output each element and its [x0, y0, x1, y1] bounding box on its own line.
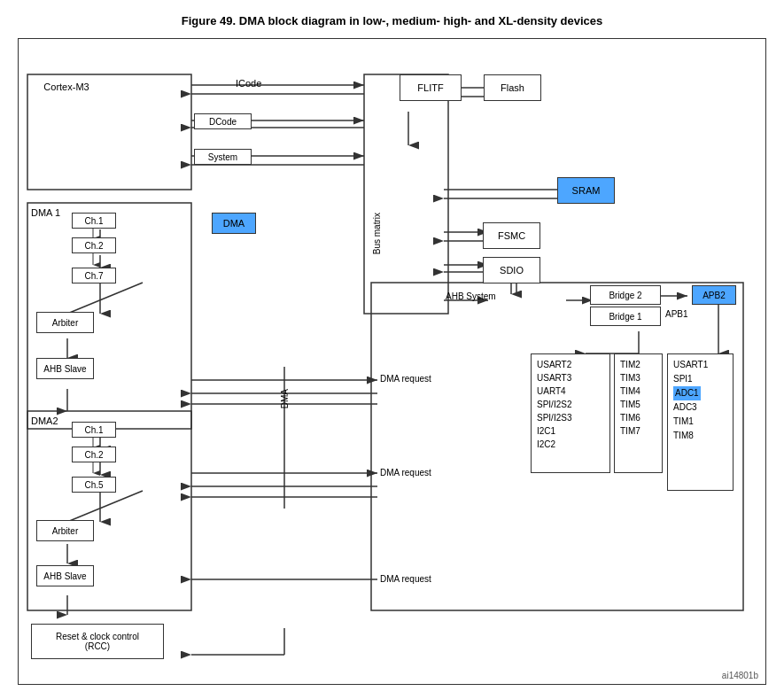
sdio-block: SDIO — [483, 257, 540, 283]
fsmc-block: FSMC — [483, 222, 540, 249]
apb1-t-tim5: TIM5 — [620, 398, 640, 411]
bridge1-block: Bridge 1 — [590, 307, 661, 326]
dma-blue-block: DMA — [212, 213, 256, 234]
apb1-timers-block: TIM2 TIM3 TIM4 TIM5 TIM6 TIM7 — [614, 353, 663, 473]
page-container: Figure 49. DMA block diagram in low-, me… — [0, 0, 784, 699]
apb1-label: APB1 — [665, 309, 688, 319]
ai-label: ai14801b — [722, 671, 758, 680]
dma-request2-label: DMA request — [380, 468, 431, 478]
dma1-ahb-slave: AHB Slave — [36, 358, 94, 379]
dma-vertical-label: DMA — [280, 389, 290, 410]
apb1-t-tim3: TIM3 — [620, 371, 640, 384]
apb1-p-usart2: USART2 — [537, 358, 571, 371]
figure-title: Figure 49. DMA block diagram in low-, me… — [18, 14, 766, 27]
ahb-system-label: AHB System — [446, 291, 496, 301]
dma-request1-label: DMA request — [380, 374, 431, 384]
cortex-m3-label: Cortex-M3 — [31, 78, 102, 96]
dma2-ahb-slave: AHB Slave — [36, 565, 94, 586]
apb1-p-usart3: USART3 — [537, 371, 571, 384]
apb2-p-adc3: ADC3 — [673, 400, 697, 415]
dma2-arbiter: Arbiter — [36, 520, 94, 541]
rcc-block: Reset & clock control(RCC) — [31, 624, 164, 659]
dma1-label: DMA 1 — [31, 207, 60, 218]
apb1-t-tim7: TIM7 — [620, 424, 640, 438]
apb1-p-i2c1: I2C1 — [537, 424, 555, 438]
apb2-p-tim1: TIM1 — [673, 415, 694, 429]
flitf-block: FLITF — [400, 74, 462, 101]
apb1-t-tim4: TIM4 — [620, 384, 640, 398]
system-block: System — [194, 149, 252, 165]
dma1-ch2: Ch.2 — [72, 237, 116, 253]
bridge2-block: Bridge 2 — [590, 285, 661, 305]
apb2-peripherals-block: USART1 SPI1 ADC1 ADC3 TIM1 TIM8 — [667, 353, 734, 491]
apb2-p-adc1: ADC1 — [673, 386, 701, 400]
icode-label: ICode — [236, 78, 261, 89]
apb2-p-tim8: TIM8 — [673, 429, 694, 443]
sram-block: SRAM — [557, 177, 615, 204]
svg-line-47 — [67, 283, 143, 314]
apb1-t-tim6: TIM6 — [620, 411, 640, 424]
dma2-ch2: Ch.2 — [72, 447, 116, 462]
dcode-block: DCode — [194, 113, 252, 129]
dma-request3-label: DMA request — [380, 574, 431, 584]
dma2-label: DMA2 — [31, 416, 58, 426]
apb1-t-tim2: TIM2 — [620, 358, 640, 371]
apb2-block: APB2 — [692, 285, 736, 305]
diagram-area: Cortex-M3 ICode DCode System FLITF Flash… — [18, 38, 766, 685]
bus-matrix-label: Bus matrix — [372, 213, 382, 254]
dma1-arbiter: Arbiter — [36, 312, 94, 333]
svg-line-51 — [67, 491, 143, 522]
apb1-peripherals-block: USART2 USART3 UART4 SPI/I2S2 SPI/I2S3 I2… — [531, 353, 610, 473]
apb2-p-spi1: SPI1 — [673, 372, 693, 386]
apb1-p-uart4: UART4 — [537, 384, 566, 398]
apb1-p-spi-i2s2: SPI/I2S2 — [537, 398, 571, 411]
apb2-p-usart1: USART1 — [673, 358, 708, 372]
apb1-p-spi-i2s3: SPI/I2S3 — [537, 411, 571, 424]
dma1-ch1: Ch.1 — [72, 213, 116, 229]
dma2-ch5: Ch.5 — [72, 477, 116, 493]
dma1-ch7: Ch.7 — [72, 268, 116, 283]
flash-block: Flash — [484, 74, 541, 101]
dma2-ch1: Ch.1 — [72, 422, 116, 438]
apb1-p-i2c2: I2C2 — [537, 438, 555, 451]
